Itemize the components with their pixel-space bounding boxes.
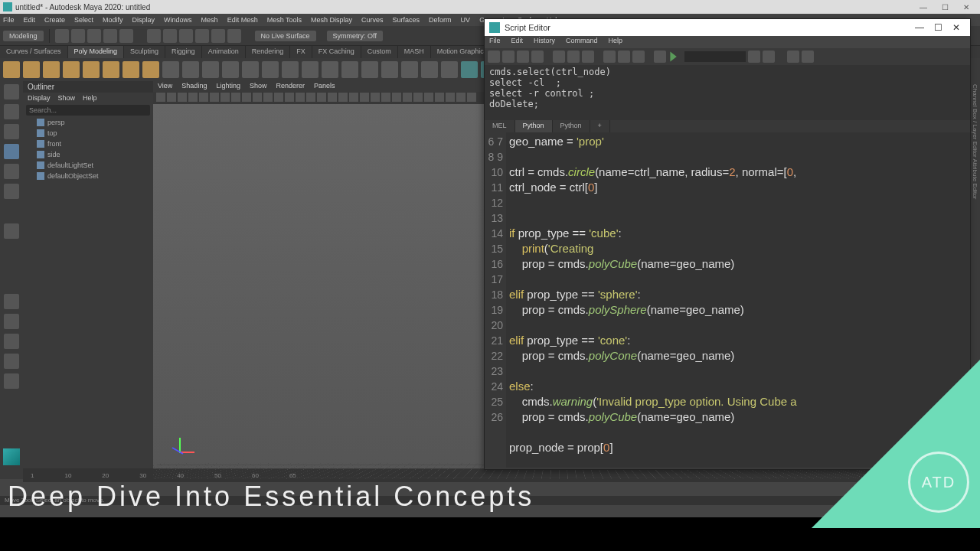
- rotate-tool[interactable]: [4, 164, 19, 179]
- outliner-item[interactable]: side: [23, 149, 153, 160]
- shelf-icon[interactable]: [182, 61, 199, 78]
- outliner-item[interactable]: front: [23, 139, 153, 149]
- shelf-tab[interactable]: Poly Modeling: [68, 46, 125, 58]
- script-tab[interactable]: Python: [553, 120, 590, 132]
- se-menu-item[interactable]: File: [489, 37, 501, 47]
- shelf-icon[interactable]: [441, 61, 458, 78]
- script-search-field[interactable]: [684, 51, 746, 62]
- shelf-icon[interactable]: [421, 61, 438, 78]
- viewport-toolbar-button[interactable]: [156, 93, 165, 102]
- script-output-pane[interactable]: cmds.select(ctrl_node) select -cl ; sele…: [485, 65, 970, 120]
- viewport-toolbar-button[interactable]: [231, 93, 240, 102]
- menu-edit[interactable]: Edit: [24, 16, 36, 24]
- viewport-menu-item[interactable]: Lighting: [216, 82, 240, 91]
- undo-button[interactable]: [103, 29, 117, 43]
- shelf-tab[interactable]: Rendering: [246, 46, 291, 58]
- viewport-menu-item[interactable]: Show: [250, 82, 267, 91]
- menu-display[interactable]: Display: [132, 16, 155, 24]
- indent-button[interactable]: [802, 51, 814, 63]
- viewport-toolbar-button[interactable]: [435, 93, 444, 102]
- menu-uv[interactable]: UV: [461, 16, 471, 24]
- shelf-icon[interactable]: [341, 61, 358, 78]
- script-tab[interactable]: Python: [515, 120, 553, 132]
- select-mode-button[interactable]: [147, 29, 161, 43]
- code-body[interactable]: geo_name = 'prop' ctrl = cmds.circle(nam…: [506, 132, 970, 468]
- shelf-icon[interactable]: [202, 61, 219, 78]
- show-both-button[interactable]: [632, 51, 645, 63]
- layout-two-h[interactable]: [4, 334, 19, 349]
- script-input-pane[interactable]: 6 7 8 9 10 11 12 13 14 15 16 17 18 19 20…: [485, 132, 970, 468]
- viewport-menu-item[interactable]: Renderer: [276, 82, 305, 91]
- menu-file[interactable]: File: [3, 16, 15, 24]
- viewport-toolbar-button[interactable]: [424, 93, 433, 102]
- viewport-toolbar-button[interactable]: [285, 93, 294, 102]
- move-tool[interactable]: [4, 144, 19, 159]
- shelf-tab[interactable]: Rigging: [165, 46, 202, 58]
- viewport-menu-item[interactable]: View: [158, 82, 172, 91]
- shelf-tab[interactable]: MASH: [398, 46, 431, 58]
- shelf-icon[interactable]: [3, 61, 20, 78]
- shelf-icon[interactable]: [222, 61, 239, 78]
- viewport-menu-item[interactable]: Panels: [314, 82, 335, 91]
- shelf-icon[interactable]: [83, 61, 100, 78]
- shelf-icon[interactable]: [242, 61, 259, 78]
- viewport-toolbar-button[interactable]: [349, 93, 358, 102]
- viewport-toolbar-button[interactable]: [306, 93, 315, 102]
- save-to-shelf-button[interactable]: [531, 51, 544, 63]
- new-tab-button[interactable]: [488, 51, 500, 63]
- viewport-toolbar-button[interactable]: [242, 93, 251, 102]
- shelf-icon[interactable]: [361, 61, 378, 78]
- shelf-icon[interactable]: [461, 61, 478, 78]
- viewport-toolbar-button[interactable]: [456, 93, 466, 102]
- shelf-tab[interactable]: Curves / Surfaces: [0, 46, 68, 58]
- shelf-icon[interactable]: [103, 61, 119, 78]
- menu-mesh[interactable]: Mesh: [201, 16, 218, 24]
- menu-surfaces[interactable]: Surfaces: [393, 16, 420, 24]
- outliner-item[interactable]: defaultLightSet: [23, 160, 153, 171]
- menu-curves[interactable]: Curves: [361, 16, 384, 24]
- paint-tool[interactable]: [4, 124, 19, 139]
- close-button[interactable]: ✕: [956, 3, 977, 11]
- shelf-icon[interactable]: [142, 61, 159, 78]
- outliner-menu-item[interactable]: Show: [58, 94, 76, 102]
- last-tool[interactable]: [4, 223, 19, 239]
- menu-mesh-display[interactable]: Mesh Display: [311, 16, 352, 24]
- shelf-icon[interactable]: [43, 61, 60, 78]
- snap-grid-button[interactable]: [195, 29, 209, 43]
- search-prev-button[interactable]: [763, 51, 775, 63]
- viewport-toolbar-button[interactable]: [446, 93, 455, 102]
- viewport-toolbar-button[interactable]: [328, 93, 337, 102]
- minimize-button[interactable]: —: [910, 22, 929, 33]
- layout-single[interactable]: [4, 294, 19, 309]
- viewport-toolbar-button[interactable]: [403, 93, 412, 102]
- shelf-icon[interactable]: [162, 61, 179, 78]
- se-menu-item[interactable]: Edit: [511, 37, 524, 47]
- snap-curve-button[interactable]: [211, 29, 225, 43]
- outliner-item[interactable]: persp: [23, 117, 153, 128]
- shelf-icon[interactable]: [381, 61, 398, 78]
- menu-edit-mesh[interactable]: Edit Mesh: [227, 16, 258, 24]
- outliner-item[interactable]: defaultObjectSet: [23, 171, 153, 181]
- script-editor-title-bar[interactable]: Script Editor — ☐ ✕: [485, 19, 970, 36]
- layout-four[interactable]: [4, 314, 19, 329]
- outliner-search[interactable]: Search...: [26, 105, 150, 116]
- viewport-toolbar-button[interactable]: [199, 93, 208, 102]
- redo-button[interactable]: [119, 29, 133, 43]
- shelf-icon[interactable]: [63, 61, 80, 78]
- viewport-menu-item[interactable]: Shading: [181, 82, 207, 91]
- layout-outliner[interactable]: [4, 373, 19, 389]
- window-title-bar[interactable]: untitled* - Autodesk Maya 2020: untitled…: [0, 0, 980, 14]
- search-next-button[interactable]: [748, 51, 760, 63]
- execute-button[interactable]: [668, 51, 678, 63]
- se-menu-item[interactable]: History: [534, 37, 555, 47]
- viewport-toolbar-button[interactable]: [253, 93, 262, 102]
- execute-all-button[interactable]: [654, 51, 666, 63]
- menu-mesh-tools[interactable]: Mesh Tools: [267, 16, 302, 24]
- show-input-button[interactable]: [618, 51, 630, 63]
- menu-modify[interactable]: Modify: [103, 16, 123, 24]
- shelf-tab[interactable]: Sculpting: [124, 46, 165, 58]
- open-scene-button[interactable]: [71, 29, 85, 43]
- viewport-toolbar-button[interactable]: [317, 93, 326, 102]
- script-tab[interactable]: +: [590, 120, 610, 132]
- viewport-toolbar-button[interactable]: [220, 93, 230, 102]
